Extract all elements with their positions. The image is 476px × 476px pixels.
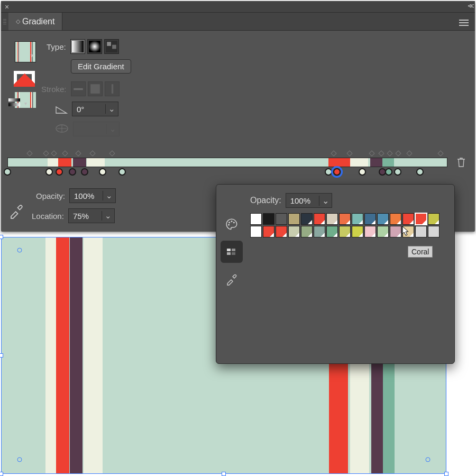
gradient-midpoint[interactable] [43, 150, 49, 156]
svg-rect-16 [227, 249, 231, 251]
gradient-midpoint[interactable] [395, 150, 401, 156]
gradient-stop[interactable] [56, 168, 63, 176]
swatch[interactable] [263, 226, 274, 237]
panel-tab-eyedropper[interactable] [221, 268, 243, 290]
gradient-midpoint[interactable] [387, 150, 392, 156]
swatch[interactable] [326, 213, 338, 225]
gradient-midpoint[interactable] [26, 150, 32, 156]
swatch[interactable] [364, 213, 376, 225]
panel-grip-icon[interactable] [1, 13, 8, 30]
delete-stop-icon[interactable] [456, 157, 466, 168]
reverse-gradient-icon[interactable] [8, 98, 24, 109]
swatch[interactable] [377, 213, 389, 225]
gradient-thumbnail[interactable] [15, 41, 36, 62]
swatch[interactable] [288, 226, 300, 237]
type-linear-button[interactable] [70, 39, 85, 54]
angle-select[interactable]: 0° ⌄ [72, 102, 118, 116]
svg-rect-18 [227, 252, 231, 255]
gradient-midpoint[interactable] [62, 150, 68, 156]
eyedropper-icon[interactable] [8, 203, 24, 219]
swatch[interactable] [428, 213, 440, 225]
chevron-down-icon: ⌄ [106, 124, 119, 134]
angle-icon [55, 106, 68, 114]
gradient-stop[interactable] [81, 168, 88, 176]
chevron-down-icon[interactable]: ⌄ [319, 196, 332, 206]
gradient-midpoint[interactable] [90, 150, 96, 156]
gradient-midpoint[interactable] [406, 150, 412, 156]
popup-opacity-label: Opacity: [250, 196, 281, 205]
gradient-midpoint[interactable] [379, 150, 385, 156]
swatch[interactable] [250, 226, 262, 237]
swatch-tooltip: Coral [408, 246, 433, 258]
gradient-stop[interactable] [325, 168, 332, 176]
gradient-midpoint[interactable] [75, 150, 81, 156]
swatch[interactable] [276, 226, 287, 237]
swatch[interactable] [377, 226, 389, 237]
swatch[interactable] [402, 213, 414, 225]
swatch[interactable] [339, 213, 351, 225]
aspect-ratio-icon [55, 123, 69, 135]
panel-menu-icon[interactable] [459, 17, 471, 29]
gradient-stop[interactable] [4, 168, 11, 176]
swatch[interactable] [339, 226, 351, 237]
chevron-down-icon[interactable]: ▾ [31, 52, 33, 58]
swatch[interactable] [301, 226, 313, 237]
collapse-icon[interactable]: ≪ [468, 2, 472, 10]
swatch[interactable] [276, 213, 287, 225]
svg-rect-0 [72, 41, 84, 52]
aspect-select: ⌄ [73, 122, 120, 136]
gradient-midpoint[interactable] [369, 150, 374, 156]
color-swatch-popup: Opacity: 100% ⌄ Coral [216, 184, 455, 364]
swatch[interactable] [288, 213, 300, 225]
gradient-ramp[interactable] [7, 158, 447, 167]
gradient-stop[interactable] [394, 168, 401, 176]
gradient-stop[interactable] [118, 168, 126, 176]
swatch[interactable] [428, 226, 440, 237]
stop-opacity-select[interactable]: 100% ⌄ [69, 188, 116, 203]
panel-tab-color-mixer[interactable] [221, 213, 243, 235]
gradient-stop[interactable] [99, 168, 106, 176]
gradient-stop[interactable] [69, 168, 76, 176]
swatch[interactable] [326, 226, 338, 237]
opacity-label: Opacity: [36, 191, 65, 200]
type-freeform-button[interactable] [104, 39, 119, 54]
chevron-down-icon[interactable]: ⌄ [103, 191, 115, 200]
gradient-stop[interactable] [359, 168, 366, 176]
gradient-midpoint[interactable] [109, 150, 115, 156]
gradient-midpoint[interactable] [347, 150, 353, 156]
swatch[interactable] [263, 213, 274, 225]
stroke-swatch[interactable] [14, 71, 35, 87]
swatch[interactable] [250, 213, 262, 225]
swatch[interactable] [352, 226, 363, 237]
swatch[interactable] [402, 226, 414, 237]
gradient-stop[interactable] [385, 168, 392, 176]
gradient-stop[interactable] [333, 168, 341, 176]
stop-location-select[interactable]: 75% ⌄ [68, 208, 115, 223]
swatch[interactable] [415, 226, 427, 237]
gradient-stop[interactable] [45, 168, 53, 176]
gradient-midpoint[interactable] [331, 150, 336, 156]
edit-gradient-button[interactable]: Edit Gradient [71, 59, 131, 74]
gradient-midpoint[interactable] [51, 150, 57, 156]
gradient-stop[interactable] [416, 168, 424, 176]
swatch[interactable] [390, 226, 401, 237]
swatch[interactable] [390, 213, 401, 225]
panel-tab-swatches[interactable] [221, 241, 243, 263]
stroke-across-button [105, 81, 120, 96]
svg-rect-8 [90, 84, 100, 94]
tab-gradient[interactable]: ◇ Gradient [8, 13, 62, 30]
swatch[interactable] [364, 226, 376, 237]
swatch[interactable] [352, 213, 363, 225]
gradient-midpoint[interactable] [437, 150, 443, 156]
chevron-down-icon[interactable]: ▾ [24, 100, 27, 106]
swatch[interactable] [301, 213, 313, 225]
type-radial-button[interactable] [87, 39, 102, 54]
stop-opacity-value: 100% [70, 191, 103, 200]
chevron-down-icon[interactable]: ⌄ [102, 211, 114, 221]
swatch[interactable] [314, 213, 325, 225]
close-icon[interactable]: × [1, 3, 13, 11]
popup-opacity-select[interactable]: 100% ⌄ [286, 193, 332, 208]
swatch[interactable] [314, 226, 325, 237]
chevron-down-icon[interactable]: ⌄ [105, 104, 118, 114]
swatch[interactable] [415, 213, 427, 225]
